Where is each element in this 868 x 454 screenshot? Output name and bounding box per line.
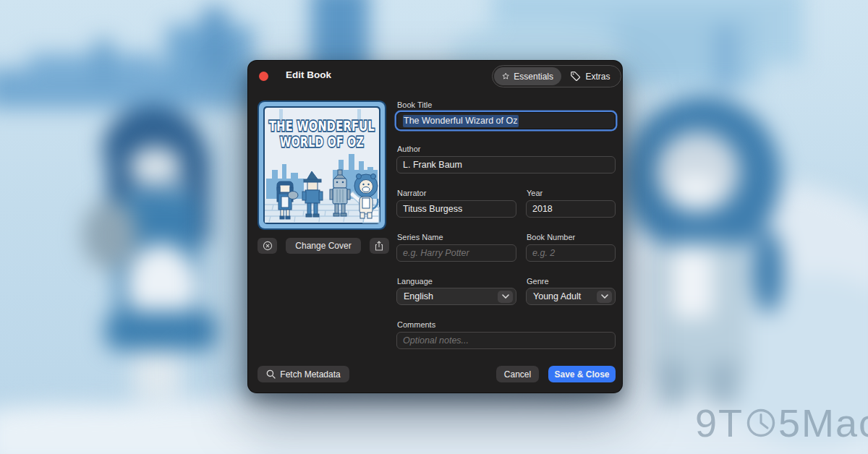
comments-label: Comments: [397, 320, 435, 329]
watermark-suffix: 5Mac: [778, 401, 868, 445]
series-name-input[interactable]: [403, 248, 510, 258]
language-label: Language: [397, 277, 433, 286]
change-cover-label: Change Cover: [295, 241, 351, 251]
author-field: [396, 156, 616, 174]
book-number-input[interactable]: [532, 248, 609, 258]
genre-value: Young Adult: [533, 291, 581, 301]
tab-switcher: Essentials Extras: [492, 65, 621, 87]
book-title-input[interactable]: The Wonderful Wizard of Oz: [396, 112, 616, 129]
series-name-label: Series Name: [397, 233, 443, 241]
save-close-button[interactable]: Save & Close: [548, 366, 616, 382]
year-label: Year: [527, 189, 542, 197]
cover-title-line2: WORLD OF OZ: [280, 133, 364, 150]
language-dropdown[interactable]: English: [396, 288, 516, 305]
comments-input[interactable]: [403, 335, 609, 346]
tab-extras[interactable]: Extras: [561, 67, 619, 85]
series-name-field: [396, 244, 516, 262]
year-input[interactable]: [532, 204, 609, 214]
circle-x-icon: [263, 241, 273, 251]
book-number-field: [526, 244, 616, 262]
narrator-input[interactable]: [403, 204, 510, 214]
book-cover: THE WONDERFUL WORLD OF OZ: [258, 100, 386, 230]
remove-cover-button[interactable]: [258, 238, 277, 254]
author-label: Author: [397, 145, 420, 153]
tab-essentials[interactable]: Essentials: [494, 67, 561, 85]
tab-extras-label: Extras: [585, 72, 610, 82]
dialog-title: Edit Book: [286, 69, 331, 80]
tag-icon: [570, 71, 581, 82]
cover-title-line1: THE WONDERFUL: [269, 117, 375, 134]
cancel-label: Cancel: [504, 369, 531, 380]
watermark-9to5mac: 9T 5Mac: [695, 401, 868, 445]
cancel-button[interactable]: Cancel: [496, 366, 539, 382]
book-number-label: Book Number: [527, 233, 575, 241]
fetch-metadata-label: Fetch Metadata: [280, 369, 340, 380]
save-close-label: Save & Close: [554, 369, 609, 380]
share-icon: [374, 241, 384, 252]
star-icon: [502, 71, 509, 82]
share-cover-button[interactable]: [370, 238, 389, 254]
search-icon: [266, 369, 276, 379]
book-title-label: Book Title: [397, 100, 432, 109]
narrator-label: Narrator: [397, 189, 426, 197]
close-window-button[interactable]: [259, 72, 268, 81]
genre-label: Genre: [527, 277, 549, 286]
watermark-prefix: 9T: [695, 401, 744, 445]
clock-icon: [746, 408, 776, 438]
author-input[interactable]: [403, 160, 609, 170]
tab-essentials-label: Essentials: [514, 72, 553, 82]
narrator-field: [396, 200, 516, 218]
comments-field: [396, 332, 616, 349]
genre-dropdown[interactable]: Young Adult: [526, 288, 616, 305]
book-title-selected-text: The Wonderful Wizard of Oz: [403, 115, 519, 127]
edit-book-dialog: Edit Book Essentials Extras THE: [247, 60, 623, 393]
year-field: [526, 200, 616, 218]
chevron-down-icon: [498, 291, 513, 303]
cover-actions: Change Cover: [258, 238, 389, 254]
change-cover-button[interactable]: Change Cover: [286, 238, 360, 254]
fetch-metadata-button[interactable]: Fetch Metadata: [258, 366, 349, 382]
language-value: English: [404, 291, 433, 301]
chevron-down-icon: [597, 291, 612, 303]
